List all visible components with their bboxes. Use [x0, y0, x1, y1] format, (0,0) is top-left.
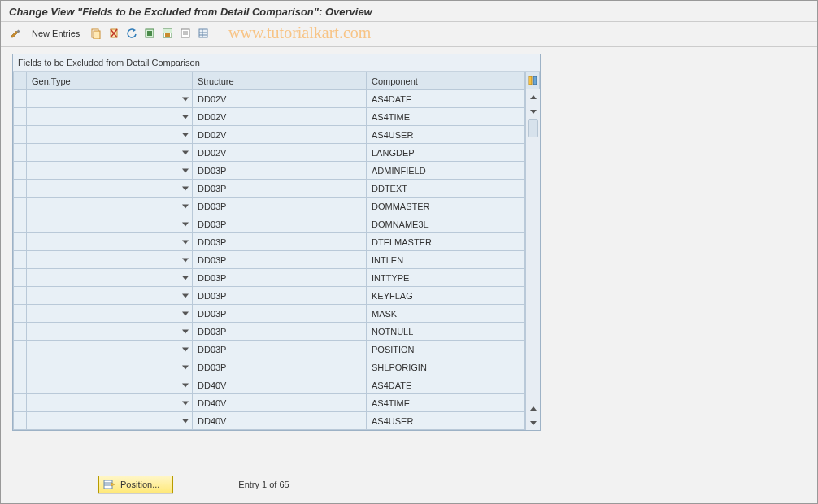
- cell-structure[interactable]: DD03P: [193, 305, 367, 323]
- copy-as-icon[interactable]: [88, 25, 104, 41]
- cell-component[interactable]: SHLPORIGIN: [367, 358, 525, 376]
- cell-component[interactable]: DOMMASTER: [367, 198, 525, 215]
- cell-component[interactable]: DTELMASTER: [367, 233, 525, 251]
- row-selector[interactable]: [14, 251, 27, 269]
- cell-gentype[interactable]: [27, 251, 193, 269]
- chevron-down-icon[interactable]: [182, 97, 189, 101]
- chevron-down-icon[interactable]: [182, 419, 189, 423]
- cell-gentype[interactable]: [27, 305, 193, 323]
- scroll-down-bottom-icon[interactable]: [527, 416, 540, 429]
- cell-gentype[interactable]: [27, 126, 193, 144]
- cell-component[interactable]: KEYFLAG: [367, 287, 525, 305]
- cell-component[interactable]: NOTNULL: [367, 323, 525, 341]
- cell-component[interactable]: AS4USER: [367, 412, 525, 430]
- chevron-down-icon[interactable]: [182, 204, 189, 208]
- cell-structure[interactable]: DD03P: [193, 198, 367, 215]
- cell-structure[interactable]: DD03P: [193, 323, 367, 341]
- cell-component[interactable]: MASK: [367, 305, 525, 323]
- select-block-icon[interactable]: [159, 25, 176, 41]
- cell-component[interactable]: POSITION: [367, 341, 525, 358]
- row-selector[interactable]: [14, 90, 27, 108]
- cell-gentype[interactable]: [27, 198, 193, 215]
- row-selector[interactable]: [14, 126, 27, 144]
- cell-gentype[interactable]: [27, 341, 193, 358]
- scroll-down-icon[interactable]: [527, 105, 540, 118]
- row-selector[interactable]: [14, 215, 27, 233]
- cell-structure[interactable]: DD03P: [193, 180, 367, 198]
- deselect-all-icon[interactable]: [177, 25, 194, 41]
- cell-component[interactable]: AS4TIME: [367, 108, 525, 126]
- cell-gentype[interactable]: [27, 233, 193, 251]
- row-selector[interactable]: [14, 108, 27, 126]
- chevron-down-icon[interactable]: [182, 347, 189, 351]
- chevron-down-icon[interactable]: [182, 329, 189, 333]
- cell-gentype[interactable]: [27, 376, 193, 394]
- chevron-down-icon[interactable]: [182, 258, 189, 262]
- cell-structure[interactable]: DD03P: [193, 233, 367, 251]
- new-entries-button[interactable]: New Entries: [25, 27, 86, 40]
- cell-gentype[interactable]: [27, 108, 193, 126]
- cell-component[interactable]: AS4DATE: [367, 90, 525, 108]
- cell-component[interactable]: AS4USER: [367, 126, 525, 144]
- cell-gentype[interactable]: [27, 180, 193, 198]
- cell-gentype[interactable]: [27, 412, 193, 430]
- row-selector[interactable]: [14, 233, 27, 251]
- scrollbar-thumb[interactable]: [528, 119, 538, 137]
- scroll-up-bottom-icon[interactable]: [527, 402, 540, 415]
- cell-structure[interactable]: DD02V: [193, 126, 367, 144]
- row-selector[interactable]: [14, 144, 27, 162]
- chevron-down-icon[interactable]: [182, 168, 189, 172]
- chevron-down-icon[interactable]: [182, 240, 189, 244]
- row-selector[interactable]: [14, 198, 27, 215]
- toggle-display-change-icon[interactable]: [7, 25, 24, 41]
- chevron-down-icon[interactable]: [182, 133, 189, 137]
- cell-component[interactable]: AS4TIME: [367, 394, 525, 412]
- cell-component[interactable]: DOMNAME3L: [367, 215, 525, 233]
- chevron-down-icon[interactable]: [182, 293, 189, 298]
- select-all-icon[interactable]: [141, 25, 158, 41]
- column-header-component[interactable]: Component: [367, 72, 525, 90]
- cell-component[interactable]: INTTYPE: [367, 269, 525, 287]
- chevron-down-icon[interactable]: [182, 311, 189, 315]
- delete-icon[interactable]: [106, 25, 122, 41]
- cell-gentype[interactable]: [27, 269, 193, 287]
- cell-component[interactable]: LANGDEP: [367, 144, 525, 162]
- cell-structure[interactable]: DD03P: [193, 251, 367, 269]
- cell-structure[interactable]: DD03P: [193, 215, 367, 233]
- cell-structure[interactable]: DD02V: [193, 90, 367, 108]
- row-selector[interactable]: [14, 269, 27, 287]
- cell-gentype[interactable]: [27, 215, 193, 233]
- row-selector[interactable]: [14, 287, 27, 305]
- cell-structure[interactable]: DD40V: [193, 412, 367, 430]
- cell-structure[interactable]: DD03P: [193, 287, 367, 305]
- cell-structure[interactable]: DD40V: [193, 376, 367, 394]
- chevron-down-icon[interactable]: [182, 401, 189, 405]
- cell-structure[interactable]: DD03P: [193, 269, 367, 287]
- row-selector[interactable]: [14, 180, 27, 198]
- chevron-down-icon[interactable]: [182, 186, 189, 190]
- column-header-gentype[interactable]: Gen.Type: [27, 72, 193, 90]
- chevron-down-icon[interactable]: [182, 150, 189, 154]
- row-selector[interactable]: [14, 162, 27, 180]
- cell-gentype[interactable]: [27, 144, 193, 162]
- row-selector-header[interactable]: [14, 72, 27, 90]
- configure-columns-icon[interactable]: [525, 72, 540, 89]
- cell-gentype[interactable]: [27, 162, 193, 180]
- chevron-down-icon[interactable]: [182, 115, 189, 119]
- row-selector[interactable]: [14, 305, 27, 323]
- row-selector[interactable]: [14, 341, 27, 358]
- row-selector[interactable]: [14, 323, 27, 341]
- cell-component[interactable]: INTLEN: [367, 251, 525, 269]
- cell-component[interactable]: DDTEXT: [367, 180, 525, 198]
- undo-change-icon[interactable]: [124, 25, 140, 41]
- cell-structure[interactable]: DD02V: [193, 144, 367, 162]
- row-selector[interactable]: [14, 412, 27, 430]
- scrollbar-track[interactable]: [526, 119, 540, 398]
- cell-structure[interactable]: DD03P: [193, 341, 367, 358]
- scroll-up-icon[interactable]: [527, 90, 540, 103]
- vertical-scrollbar[interactable]: [525, 89, 540, 430]
- chevron-down-icon[interactable]: [182, 365, 189, 369]
- cell-structure[interactable]: DD03P: [193, 162, 367, 180]
- cell-gentype[interactable]: [27, 323, 193, 341]
- row-selector[interactable]: [14, 376, 27, 394]
